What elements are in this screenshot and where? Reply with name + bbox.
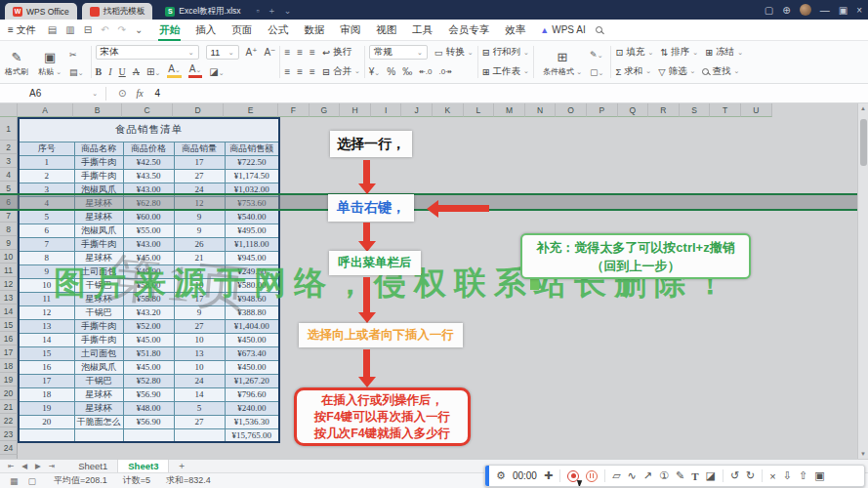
- italic-button[interactable]: I: [108, 66, 111, 77]
- row-header-12[interactable]: 12: [0, 277, 18, 291]
- cell[interactable]: ¥673.40: [225, 346, 279, 360]
- sheet-tab-sheet1[interactable]: Sheet1: [68, 460, 117, 473]
- menu-tab[interactable]: 会员专享: [447, 20, 490, 40]
- cell[interactable]: ¥45.00: [123, 333, 174, 346]
- cell[interactable]: 干锅巴: [74, 374, 123, 387]
- column-header-F[interactable]: F: [278, 103, 310, 117]
- scroll-down-icon[interactable]: ▼: [858, 451, 868, 457]
- row-header-8[interactable]: 8: [0, 223, 18, 236]
- rows-columns-button[interactable]: ⊟行和列⌄: [482, 46, 529, 59]
- cell[interactable]: 20: [19, 415, 74, 428]
- pause-button[interactable]: [586, 470, 598, 482]
- record-button[interactable]: [567, 470, 579, 482]
- comma-format-button[interactable]: ‰: [402, 66, 412, 77]
- table-style-button[interactable]: ▢⌄: [590, 67, 603, 77]
- new-tab-button[interactable]: ＋: [268, 2, 276, 20]
- cell[interactable]: ¥722.50: [225, 155, 279, 169]
- column-header-H[interactable]: H: [340, 103, 371, 117]
- align-top-button[interactable]: ≡: [284, 47, 290, 58]
- select-all-corner[interactable]: [0, 103, 18, 117]
- cell[interactable]: 13: [174, 346, 225, 360]
- cell[interactable]: 15: [19, 346, 74, 360]
- convert-button[interactable]: ▭转换⌄: [434, 46, 474, 59]
- formula-input[interactable]: 4: [155, 88, 161, 99]
- percent-format-button[interactable]: %: [387, 66, 395, 77]
- close-icon[interactable]: ×: [769, 470, 775, 482]
- scroll-up-icon[interactable]: ▲: [858, 105, 868, 111]
- cell[interactable]: ¥56.90: [123, 415, 174, 428]
- app-tab-excel-document[interactable]: S Excel教程用.xlsx: [157, 3, 248, 20]
- cell[interactable]: ¥1,174.50: [225, 169, 279, 183]
- add-sheet-button[interactable]: ＋: [177, 460, 186, 472]
- cell[interactable]: 12: [19, 305, 74, 319]
- cell[interactable]: 19: [19, 401, 74, 415]
- sheet-tab-sheet3[interactable]: Sheet3: [117, 460, 169, 473]
- cell[interactable]: 手撕牛肉: [74, 155, 123, 169]
- cell[interactable]: 泡椒凤爪: [74, 224, 123, 237]
- cell[interactable]: 手撕牛肉: [74, 333, 123, 346]
- cell[interactable]: 24: [174, 374, 225, 387]
- row-header-9[interactable]: 9: [0, 236, 18, 250]
- number-format-select[interactable]: 常规⌄: [369, 45, 428, 60]
- cell[interactable]: 7: [19, 237, 74, 251]
- cell[interactable]: 星球杯: [74, 401, 123, 415]
- menu-tab[interactable]: 效率: [504, 20, 526, 40]
- increase-font-button[interactable]: A⁺: [246, 47, 258, 58]
- cell[interactable]: 17: [174, 155, 225, 169]
- column-header-G[interactable]: G: [310, 103, 341, 117]
- total-cell[interactable]: ¥15,765.00: [225, 428, 279, 442]
- row-header-4[interactable]: 4: [0, 168, 18, 182]
- cell[interactable]: ¥42.50: [123, 155, 174, 169]
- globe-icon[interactable]: ⊕: [782, 5, 790, 16]
- cell[interactable]: ¥43.50: [123, 169, 174, 183]
- eraser-icon[interactable]: ◪: [705, 469, 715, 482]
- borders-button[interactable]: ⊞⌄: [146, 66, 160, 77]
- arrow-icon[interactable]: ↗: [643, 469, 652, 482]
- redo-icon[interactable]: ↷: [118, 24, 126, 35]
- upload-icon[interactable]: ⇧: [799, 469, 807, 482]
- column-header-A[interactable]: A: [18, 103, 73, 117]
- print-icon[interactable]: ⊟: [84, 24, 92, 35]
- cell[interactable]: 2: [19, 169, 74, 183]
- row-header-22[interactable]: 22: [0, 414, 18, 427]
- first-sheet-icon[interactable]: ⇤: [8, 462, 14, 470]
- row-header-25[interactable]: 25: [0, 455, 18, 459]
- cell[interactable]: 14: [174, 387, 225, 401]
- menu-tab[interactable]: 插入: [194, 20, 217, 40]
- cell[interactable]: ¥1,536.30: [225, 415, 279, 428]
- font-name-select[interactable]: 宋体⌄: [96, 45, 199, 60]
- filter-button[interactable]: ▽筛选⌄: [658, 65, 695, 78]
- sum-button[interactable]: Σ求和⌄: [615, 65, 651, 78]
- copy-button[interactable]: ▤⌄: [69, 67, 83, 77]
- column-header-E[interactable]: E: [224, 103, 278, 117]
- cell[interactable]: 5: [174, 401, 225, 415]
- minimize-button[interactable]: —: [820, 5, 830, 16]
- cell[interactable]: 5: [19, 210, 74, 224]
- fx-search-icon[interactable]: ⊙: [118, 88, 126, 99]
- row-header-10[interactable]: 10: [0, 250, 18, 264]
- freehand-icon[interactable]: ∿: [628, 469, 637, 482]
- worksheet-button[interactable]: ⊞工作表⌄: [482, 65, 529, 78]
- cell[interactable]: 9: [174, 224, 225, 237]
- cell[interactable]: 27: [174, 169, 225, 183]
- cell[interactable]: [74, 428, 123, 442]
- row-header-16[interactable]: 16: [0, 332, 18, 346]
- menu-tab[interactable]: 开始: [158, 20, 181, 40]
- cell[interactable]: 13: [19, 319, 74, 333]
- table-column-header[interactable]: 商品销售额: [225, 142, 279, 155]
- table-column-header[interactable]: 商品名称: [74, 142, 123, 155]
- align-bottom-button[interactable]: ≡: [310, 47, 315, 58]
- row-header-15[interactable]: 15: [0, 318, 18, 332]
- column-header-I[interactable]: I: [371, 103, 402, 117]
- pencil-icon[interactable]: ✎: [676, 469, 684, 482]
- redo-icon[interactable]: ↻: [746, 469, 755, 482]
- page-view-icon[interactable]: ▢: [28, 476, 37, 486]
- table-column-header[interactable]: 序号: [19, 142, 74, 155]
- text-icon[interactable]: T: [691, 470, 698, 482]
- cell[interactable]: ¥1,267.20: [225, 374, 279, 387]
- open-icon[interactable]: ▥: [65, 24, 74, 35]
- font-size-select[interactable]: 11⌄: [206, 45, 239, 60]
- cell[interactable]: ¥540.00: [225, 210, 279, 224]
- cell[interactable]: 9: [174, 210, 225, 224]
- cell[interactable]: ¥48.00: [123, 401, 174, 415]
